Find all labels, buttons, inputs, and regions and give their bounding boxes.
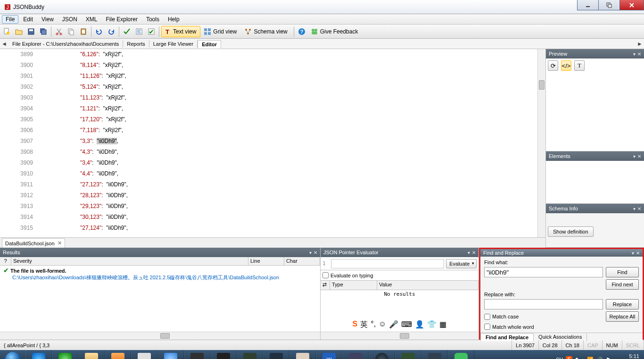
- text-view-button[interactable]: TText view: [161, 26, 200, 37]
- panel-close-icon[interactable]: ✕: [637, 154, 641, 159]
- code-lines[interactable]: "6,126": "xRjI2f","8,114": "xRjI2f","11,…: [47, 49, 537, 237]
- panel-close-icon[interactable]: ✕: [637, 51, 641, 57]
- taskbar-app6[interactable]: [263, 350, 289, 359]
- crumb-path[interactable]: File Explorer - C:\Users\zhaoxihao\Docum…: [8, 40, 123, 48]
- replace-all-button[interactable]: Replace All: [606, 311, 639, 322]
- minimize-button[interactable]: [577, 0, 599, 10]
- ime-lang[interactable]: 英: [360, 320, 368, 330]
- tray-sogou-icon[interactable]: S: [566, 356, 572, 359]
- panel-close-icon[interactable]: ✕: [637, 206, 641, 211]
- save-all-button[interactable]: [38, 26, 49, 37]
- panel-pin-icon[interactable]: ▾: [633, 51, 636, 57]
- find-next-button[interactable]: Find next: [606, 279, 639, 290]
- panel-close-icon[interactable]: ✕: [472, 250, 476, 255]
- eval-on-typing-checkbox[interactable]: [322, 272, 329, 278]
- ime-skin-icon[interactable]: 👕: [427, 320, 437, 330]
- undo-button[interactable]: [93, 26, 105, 37]
- copy-button[interactable]: [66, 26, 77, 37]
- results-hscroll[interactable]: [0, 332, 320, 340]
- grid-view-button[interactable]: Grid view: [201, 26, 241, 37]
- taskbar-baidu[interactable]: [157, 350, 184, 359]
- taskbar-explorer[interactable]: [78, 350, 105, 359]
- ime-person-icon[interactable]: 👤: [415, 320, 424, 330]
- crumb-nav-right[interactable]: ►: [636, 41, 644, 47]
- ime-mic-icon[interactable]: 🎤: [389, 320, 398, 330]
- col-char[interactable]: Char: [284, 257, 320, 265]
- taskbar-media[interactable]: [105, 350, 131, 359]
- eval-on-typing-row[interactable]: Evaluate on typing: [321, 270, 479, 281]
- start-button[interactable]: [0, 350, 25, 359]
- maximize-button[interactable]: [598, 0, 620, 10]
- file-tab[interactable]: DataBuildSchool.json ✕: [2, 238, 65, 248]
- system-tray[interactable]: CH S ⬮ ▴ 📶 🔊 ⚑ 5:11 2021/2/24: [556, 350, 644, 359]
- replace-button[interactable]: Replace: [606, 299, 639, 309]
- format-button[interactable]: [133, 26, 145, 37]
- tray-network-icon[interactable]: 📶: [587, 357, 594, 359]
- save-button[interactable]: [25, 26, 37, 37]
- redo-button[interactable]: [106, 26, 117, 37]
- tray-ime[interactable]: CH: [556, 357, 563, 359]
- results-qmark[interactable]: ?: [0, 257, 11, 265]
- panel-close-icon[interactable]: ✕: [314, 250, 317, 255]
- results-path[interactable]: C:\Users\zhaoxihao\Downloads\棟狠腋韓峽峻瀉槽。辰ュ…: [2, 274, 318, 281]
- panel-pin-icon[interactable]: ▾: [468, 250, 470, 255]
- menu-help[interactable]: Help: [164, 15, 183, 24]
- evaluate-button[interactable]: Evaluate: [446, 259, 477, 268]
- menu-edit[interactable]: Edit: [19, 15, 37, 24]
- menu-file[interactable]: File: [2, 15, 18, 24]
- crumb-editor[interactable]: Editor: [198, 40, 221, 49]
- taskbar-app4[interactable]: [210, 350, 237, 359]
- scrollbar-thumb[interactable]: [539, 80, 545, 90]
- new-file-button[interactable]: [1, 26, 12, 37]
- taskbar-app8[interactable]: [342, 350, 369, 359]
- ime-menu-icon[interactable]: ▦: [439, 320, 446, 330]
- preview-code-button[interactable]: </>: [561, 60, 571, 71]
- match-word-row[interactable]: Match whole word: [484, 324, 639, 330]
- find-what-input[interactable]: [484, 267, 603, 277]
- preview-refresh-button[interactable]: ⟳: [548, 60, 558, 71]
- menu-view[interactable]: View: [38, 15, 58, 24]
- menu-xml[interactable]: XML: [82, 15, 101, 24]
- file-tab-close-icon[interactable]: ✕: [58, 240, 62, 246]
- show-definition-button[interactable]: Show definition: [548, 226, 594, 237]
- panel-pin-icon[interactable]: ▾: [632, 250, 634, 256]
- panel-pin-icon[interactable]: ▾: [633, 154, 636, 159]
- eval-input[interactable]: [331, 259, 444, 268]
- menu-file-explorer[interactable]: File Explorer: [102, 15, 141, 24]
- panel-pin-icon[interactable]: ▾: [633, 206, 636, 211]
- taskbar-app5[interactable]: [237, 350, 263, 359]
- validate-button[interactable]: [121, 26, 132, 37]
- taskbar-app2[interactable]: [131, 350, 157, 359]
- eval-col-value[interactable]: Value: [377, 281, 479, 290]
- wellformed-button[interactable]: [146, 26, 157, 37]
- code-editor[interactable]: 3899390039013902390339043905390639073908…: [0, 49, 545, 237]
- col-severity[interactable]: Severity: [11, 257, 248, 265]
- give-feedback-button[interactable]: Give Feedback: [308, 26, 363, 37]
- tray-up-icon[interactable]: ▴: [581, 357, 584, 359]
- crumb-large-file-viewer[interactable]: Large File Viewer: [149, 40, 198, 48]
- match-case-checkbox[interactable]: [484, 314, 490, 320]
- taskbar-wps[interactable]: W: [316, 350, 342, 359]
- ime-emoji-icon[interactable]: ☺: [379, 320, 386, 330]
- ime-panel[interactable]: S 英 °, ☺ 🎤 ⌨ 👤 👕 ▦: [321, 318, 479, 332]
- taskbar-app9[interactable]: [395, 350, 421, 359]
- match-case-row[interactable]: Match case: [484, 314, 519, 320]
- taskbar-ie[interactable]: [25, 350, 52, 359]
- sogou-icon[interactable]: S: [353, 320, 358, 330]
- open-button[interactable]: [13, 26, 25, 37]
- eval-col-type[interactable]: Type: [330, 281, 377, 290]
- panel-close-icon[interactable]: ✕: [636, 250, 640, 256]
- taskbar-app1[interactable]: [52, 350, 78, 359]
- vertical-scrollbar[interactable]: [537, 49, 545, 237]
- menu-tools[interactable]: Tools: [142, 15, 163, 24]
- col-line[interactable]: Line: [248, 257, 284, 265]
- taskbar-app3[interactable]: [184, 350, 210, 359]
- paste-button[interactable]: [78, 26, 89, 37]
- eval-hscroll[interactable]: [321, 332, 479, 340]
- taskbar-steam[interactable]: [369, 350, 395, 359]
- taskbar-app10[interactable]: [421, 350, 448, 359]
- ime-keyboard-icon[interactable]: ⌨: [401, 320, 412, 330]
- preview-text-button[interactable]: T: [574, 60, 585, 71]
- menu-json[interactable]: JSON: [58, 15, 81, 24]
- taskbar-wechat[interactable]: [448, 350, 474, 359]
